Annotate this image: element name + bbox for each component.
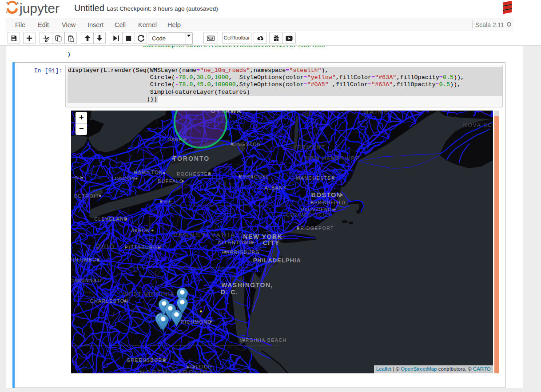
svg-text:WEST VIRGINIA: WEST VIRGINIA	[123, 291, 175, 297]
svg-text:KINGSTON: KINGSTON	[231, 141, 261, 147]
svg-text:PHILADELPHIA: PHILADELPHIA	[253, 257, 301, 263]
svg-text:WASHINGTON,: WASHINGTON,	[221, 281, 273, 289]
svg-text:D. C.: D. C.	[221, 289, 238, 296]
svg-text:NORTH CAROLINA: NORTH CAROLINA	[140, 369, 214, 373]
svg-text:jupyter: jupyter	[19, 1, 60, 16]
svg-text:VIRGINIA BEACH: VIRGINIA BEACH	[240, 337, 287, 343]
svg-text:CLEVELAND: CLEVELAND	[94, 216, 128, 221]
svg-text:RICHMOND: RICHMOND	[181, 319, 212, 325]
svg-text:MAINE: MAINE	[363, 111, 390, 115]
svg-text:VERMONT: VERMONT	[293, 144, 326, 150]
svg-text:CHARLESTON: CHARLESTON	[90, 298, 129, 304]
svg-text:OHIO: OHIO	[95, 242, 115, 249]
svg-text:ROCHESTER: ROCHESTER	[177, 171, 212, 176]
svg-text:NEW HAMPSHIRE: NEW HAMPSHIRE	[306, 155, 360, 162]
svg-text:LONDON: LONDON	[111, 175, 135, 181]
svg-text:MANCHESTER: MANCHESTER	[296, 175, 336, 180]
svg-text:TORONTO: TORONTO	[173, 154, 210, 162]
svg-text:BUFFALO: BUFFALO	[158, 178, 183, 183]
svg-text:GREENSBORO: GREENSBORO	[127, 357, 167, 363]
svg-text:NOVA SCO: NOVA SCO	[463, 122, 493, 128]
svg-text:HAMILTON: HAMILTON	[134, 169, 163, 174]
svg-text:COLUMBUS: COLUMBUS	[71, 257, 100, 262]
svg-text:PITTSBURGH: PITTSBURGH	[125, 245, 162, 250]
svg-text:ALLENTOWN: ALLENTOWN	[218, 240, 253, 245]
svg-text:PENNSYLVANIA: PENNSYLVANIA	[173, 231, 236, 238]
svg-text:PROVIDENCE: PROVIDENCE	[301, 207, 335, 212]
svg-text:DETROIT: DETROIT	[74, 193, 99, 198]
svg-text:BOSTON: BOSTON	[311, 191, 342, 198]
svg-text:CITY: CITY	[263, 239, 280, 246]
svg-text:BRIDGEPORT: BRIDGEPORT	[297, 226, 334, 231]
svg-text:HARRISBURG: HARRISBURG	[222, 249, 260, 255]
svg-text:ALBANY: ALBANY	[265, 185, 287, 190]
svg-text:FLINT: FLINT	[71, 174, 83, 180]
svg-text:CONNECTICUT: CONNECTICUT	[286, 212, 331, 218]
svg-text:AKRON: AKRON	[131, 228, 150, 233]
svg-text:CINCINNATI: CINCINNATI	[71, 278, 102, 283]
svg-text:SYRACUSE: SYRACUSE	[239, 174, 270, 179]
svg-text:SPRINGFIELD: SPRINGFIELD	[311, 200, 346, 205]
